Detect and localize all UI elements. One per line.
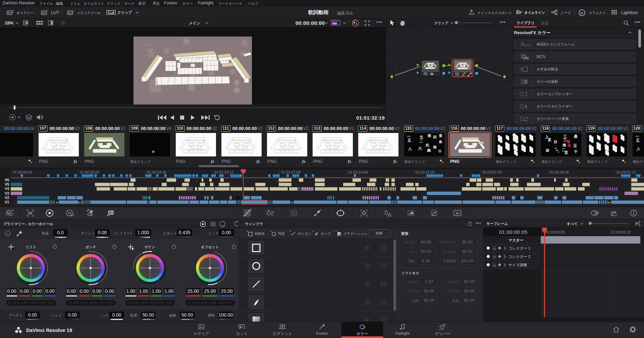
svg-text:01:00:00:00: 01:00:00:00 [13,170,32,174]
svg-text:fx: fx [393,159,397,164]
svg-text:fx: fx [348,159,351,164]
svg-text:一: 一 [635,134,639,138]
svg-text:01:00:53:16: 01:00:53:16 [147,170,166,174]
svg-text:此: 此 [425,143,430,147]
svg-text:東: 東 [438,134,443,138]
svg-text:01:02:14:04: 01:02:14:04 [348,170,368,174]
svg-text:一: 一 [407,134,411,138]
svg-text:夬: 夬 [240,39,249,48]
svg-text:目: 目 [554,140,557,144]
svg-text:V4: V4 [5,187,9,191]
svg-text:H: H [79,201,81,204]
svg-text:01:04:01:12: 01:04:01:12 [616,170,636,174]
svg-text:鬼: 鬼 [567,143,571,147]
svg-text:東: 東 [183,38,190,45]
svg-text:V2: V2 [5,196,9,200]
svg-text:筒: 筒 [163,49,169,54]
svg-text:南: 南 [433,145,437,149]
svg-text:六: 六 [418,146,422,151]
svg-text:01:03:34:16: 01:03:34:16 [549,170,569,174]
svg-text:筒: 筒 [427,134,431,138]
svg-text:CES: CES [525,44,530,47]
svg-text:桑: 桑 [574,134,578,138]
svg-text:二: 二 [419,139,423,143]
svg-text:五: 五 [147,49,155,58]
svg-text:fx: fx [581,11,583,15]
svg-text:H: H [291,201,293,204]
svg-text:V6: V6 [5,178,9,182]
svg-text:〇: 〇 [166,85,172,90]
svg-text:01:01:20:12: 01:01:20:12 [214,170,233,174]
svg-text:fx: fx [211,159,214,164]
svg-text:O: O [438,149,441,153]
svg-text:HDR: HDR [70,214,74,216]
svg-text:A: A [7,232,9,235]
svg-text:五: 五 [407,138,411,142]
svg-text:挙: 挙 [545,148,549,152]
svg-text:条: 条 [230,69,236,74]
svg-text:3D: 3D [455,212,460,215]
svg-text:H: H [56,201,58,204]
svg-text:南: 南 [562,143,566,147]
svg-text:01:03:07:20: 01:03:07:20 [482,170,502,174]
svg-text:八: 八 [636,147,641,151]
svg-text:八: 八 [408,147,412,151]
svg-text:北: 北 [419,135,423,139]
svg-text:一: 一 [146,42,152,49]
svg-text:fx: fx [74,159,77,164]
svg-text:fx: fx [257,159,260,164]
svg-text:LOG: LOG [220,225,224,227]
svg-text:四: 四 [433,135,437,139]
svg-text:H: H [608,201,610,204]
svg-text:干: 干 [574,150,578,154]
svg-text:V1: V1 [5,200,9,204]
svg-text:V5: V5 [5,182,9,186]
svg-text:01:02:41:00: 01:02:41:00 [415,170,435,174]
svg-text:条: 条 [438,140,442,144]
svg-text:五: 五 [636,138,640,142]
svg-text:萬: 萬 [187,83,195,92]
svg-text:V3: V3 [5,191,9,195]
svg-text:豆: 豆 [573,144,577,148]
svg-text:fx: fx [302,159,306,164]
svg-text:直: 直 [564,150,568,154]
svg-text:萬: 萬 [427,148,431,152]
svg-text:PXY: PXY [333,22,337,24]
svg-text:01:01:47:08: 01:01:47:08 [281,170,301,174]
svg-text:直: 直 [547,138,551,142]
svg-text:01:00:26:20: 01:00:26:20 [80,170,99,174]
svg-text:DCTL: DCTL [524,57,529,59]
